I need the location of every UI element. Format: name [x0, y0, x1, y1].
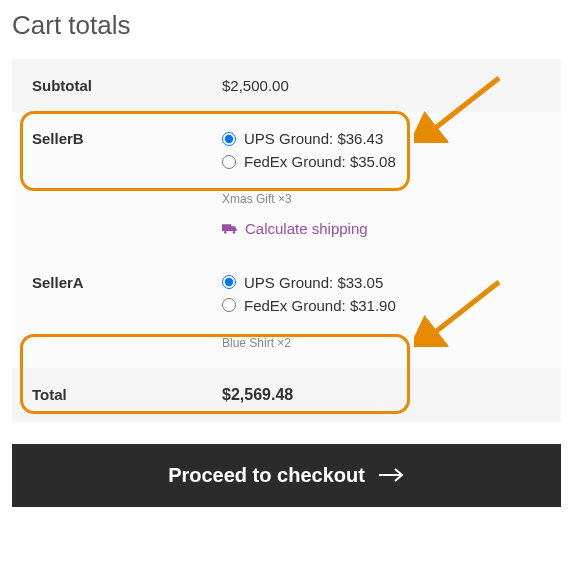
calculate-shipping-label: Calculate shipping — [245, 220, 368, 237]
seller-row: SellerB UPS Ground: $36.43 FedEx Ground:… — [12, 112, 561, 256]
shipping-option[interactable]: UPS Ground: $36.43 — [222, 130, 541, 147]
shipping-radio[interactable] — [222, 275, 236, 289]
calculate-shipping-link[interactable]: Calculate shipping — [222, 220, 368, 237]
subtotal-row: Subtotal $2,500.00 — [12, 59, 561, 112]
shipping-option-label: UPS Ground: $36.43 — [244, 130, 383, 147]
shipping-option[interactable]: FedEx Ground: $31.90 — [222, 297, 541, 314]
arrow-right-icon — [379, 468, 405, 482]
shipping-radio[interactable] — [222, 298, 236, 312]
shipping-option[interactable]: FedEx Ground: $35.08 — [222, 153, 541, 170]
seller-name: SellerA — [12, 256, 202, 368]
total-label: Total — [12, 368, 202, 422]
seller-row: SellerA UPS Ground: $33.05 FedEx Ground:… — [12, 256, 561, 368]
total-value: $2,569.48 — [202, 368, 561, 422]
shipping-option-label: FedEx Ground: $31.90 — [244, 297, 396, 314]
item-note: Blue Shirt ×2 — [222, 336, 541, 350]
truck-icon — [222, 223, 238, 235]
subtotal-label: Subtotal — [12, 59, 202, 112]
shipping-option-label: UPS Ground: $33.05 — [244, 274, 383, 291]
subtotal-value: $2,500.00 — [202, 59, 561, 112]
cart-totals-table: Subtotal $2,500.00 SellerB UPS Ground: $… — [12, 59, 561, 422]
total-row: Total $2,569.48 — [12, 368, 561, 422]
seller-name: SellerB — [12, 112, 202, 256]
shipping-option-label: FedEx Ground: $35.08 — [244, 153, 396, 170]
cart-totals-title: Cart totals — [12, 10, 561, 41]
checkout-button-label: Proceed to checkout — [168, 464, 365, 487]
shipping-radio[interactable] — [222, 132, 236, 146]
proceed-to-checkout-button[interactable]: Proceed to checkout — [12, 444, 561, 507]
item-note: Xmas Gift ×3 — [222, 192, 541, 206]
shipping-option[interactable]: UPS Ground: $33.05 — [222, 274, 541, 291]
shipping-radio[interactable] — [222, 155, 236, 169]
